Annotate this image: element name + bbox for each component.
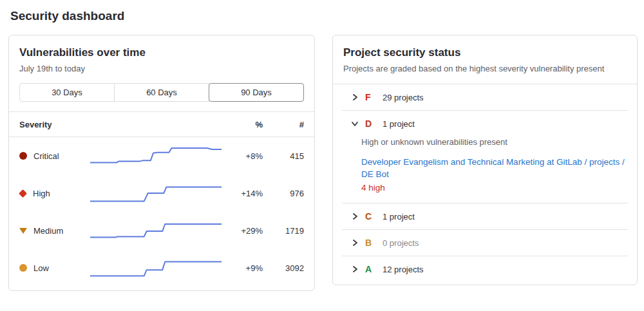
grade-row-f[interactable]: F 29 projects (333, 84, 637, 110)
status-card-title: Project security status (343, 44, 627, 61)
chevron-down-icon (350, 119, 359, 128)
low-severity-icon (19, 264, 27, 272)
percent-change-value: +9% (225, 263, 263, 273)
vulnerability-count: 1719 (263, 226, 304, 236)
grade-project-count: 1 project (383, 212, 415, 221)
percent-change-value: +8% (225, 151, 263, 161)
page-title: Security dashboard (10, 9, 638, 23)
high-trend-sparkline (90, 180, 222, 207)
grade-description: High or unknown vulnerabilities present (361, 137, 627, 148)
chevron-right-icon (350, 265, 359, 274)
vuln-card-date-range: July 19th to today (19, 63, 304, 75)
grade-letter-c: C (365, 211, 374, 221)
vulnerability-count: 3092 (263, 263, 304, 273)
severity-label: Low (33, 263, 49, 273)
grade-row-b[interactable]: B 0 projects (333, 230, 637, 256)
severity-table-header: Severity % # (9, 112, 314, 137)
count-column-header: # (263, 120, 304, 129)
grade-project-count: 29 projects (383, 93, 424, 102)
grade-letter-b: B (365, 238, 374, 248)
status-card-subtitle: Projects are graded based on the highest… (343, 63, 627, 75)
chevron-right-icon (350, 212, 359, 221)
severity-label: Medium (33, 226, 63, 236)
dashboard-cards: Vulnerabilities over time July 19th to t… (8, 35, 638, 291)
severity-column-header: Severity (19, 120, 81, 129)
vuln-card-header: Vulnerabilities over time July 19th to t… (9, 35, 314, 102)
vuln-card-title: Vulnerabilities over time (19, 44, 304, 61)
table-row-high: High +14% 976 (9, 174, 314, 212)
grade-row-c[interactable]: C 1 project (333, 203, 637, 229)
critical-severity-icon (19, 152, 27, 160)
severity-rows: Critical +8% 415 High +14% 976 (9, 137, 314, 290)
table-row-critical: Critical +8% 415 (9, 137, 314, 174)
grade-letter-f: F (365, 92, 374, 102)
status-card-header: Project security status Projects are gra… (333, 35, 637, 84)
vulnerability-count: 976 (263, 189, 304, 198)
chevron-right-icon (350, 93, 359, 102)
percent-change-value: +14% (225, 189, 263, 198)
grade-accordion: F 29 projects D 1 project High or unknow… (333, 84, 637, 285)
project-link[interactable]: Developer Evangelism and Technical Marke… (361, 156, 627, 180)
grade-project-count: 1 project (383, 119, 415, 129)
severity-label: Critical (33, 151, 59, 161)
grade-letter-d: D (365, 118, 374, 129)
grade-project-count: 12 projects (383, 265, 424, 274)
table-row-medium: Medium +29% 1719 (9, 212, 314, 249)
high-severity-icon (19, 189, 27, 198)
project-security-status-card: Project security status Projects are gra… (332, 35, 638, 285)
percent-column-header: % (225, 120, 263, 129)
range-button-90-days[interactable]: 90 Days (209, 83, 304, 102)
table-row-low: Low +9% 3092 (9, 249, 314, 287)
grade-d-details: High or unknown vulnerabilities present … (361, 137, 627, 194)
grade-row-d[interactable]: D 1 project (333, 111, 637, 137)
critical-trend-sparkline (90, 142, 222, 169)
low-trend-sparkline (90, 254, 222, 281)
vulnerability-count: 415 (263, 151, 304, 161)
range-button-60-days[interactable]: 60 Days (114, 83, 209, 102)
medium-trend-sparkline (90, 217, 222, 244)
grade-letter-a: A (365, 264, 374, 274)
grade-project-count: 0 projects (383, 238, 419, 248)
day-range-button-group: 30 Days 60 Days 90 Days (19, 83, 304, 102)
percent-change-value: +29% (225, 226, 263, 236)
medium-severity-icon (19, 228, 27, 234)
security-dashboard-page: Security dashboard Vulnerabilities over … (0, 0, 644, 291)
vulnerability-summary: 4 high (361, 182, 627, 194)
range-button-30-days[interactable]: 30 Days (19, 83, 115, 102)
severity-label: High (33, 189, 50, 198)
vulnerabilities-over-time-card: Vulnerabilities over time July 19th to t… (8, 35, 315, 291)
grade-row-a[interactable]: A 12 projects (333, 256, 637, 282)
chevron-right-icon (350, 238, 359, 247)
